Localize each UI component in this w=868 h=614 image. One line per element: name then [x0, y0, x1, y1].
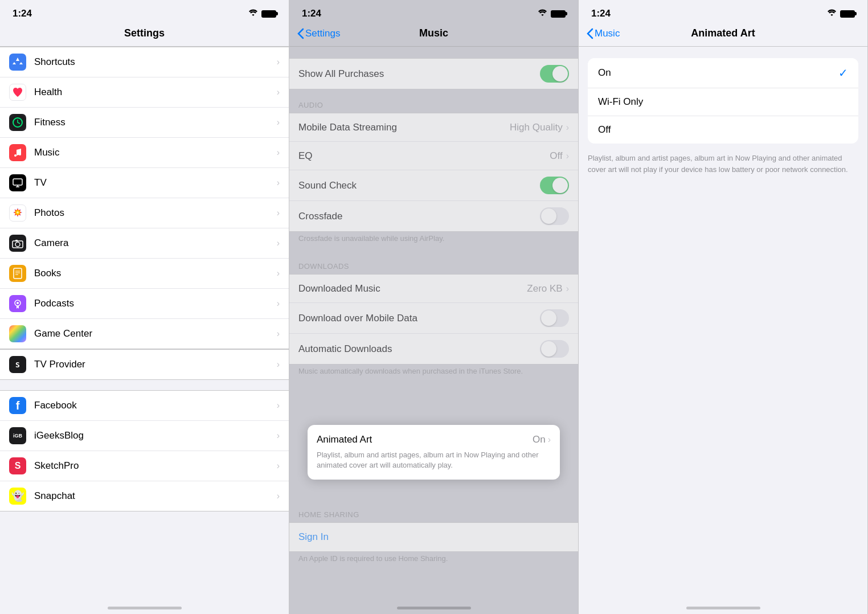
- on-label: On: [598, 67, 611, 79]
- sketchpro-icon: S: [9, 457, 26, 474]
- camera-icon: [9, 235, 26, 252]
- settings-item-gamecenter[interactable]: Game Center ›: [0, 319, 289, 349]
- settings-item-health[interactable]: Health ›: [0, 77, 289, 108]
- home-indicator-2: [397, 607, 471, 609]
- photos-icon: [9, 204, 26, 222]
- music-title: Music: [419, 27, 448, 39]
- fitness-icon: [9, 114, 26, 131]
- gamecenter-chevron: ›: [277, 329, 280, 339]
- show-purchases-section: Show All Purchases: [289, 58, 578, 89]
- audio-section-header: AUDIO: [289, 89, 578, 113]
- settings-item-photos[interactable]: Photos ›: [0, 198, 289, 228]
- auto-downloads-note: Music automatically downloads when purch…: [289, 365, 578, 381]
- back-label-3: Music: [595, 28, 620, 39]
- settings-item-facebook[interactable]: f Facebook ›: [0, 391, 289, 421]
- animated-art-on-option[interactable]: On ✓: [588, 58, 858, 88]
- igeeksblog-icon: iGB: [9, 427, 26, 444]
- settings-item-shortcuts[interactable]: Shortcuts ›: [0, 47, 289, 77]
- settings-nav-header: Settings: [0, 22, 289, 47]
- eq-label: EQ: [298, 150, 550, 162]
- crossfade-toggle[interactable]: [540, 207, 569, 225]
- sketchpro-label: SketchPro: [34, 460, 277, 472]
- settings-item-podcasts[interactable]: Podcasts ›: [0, 289, 289, 319]
- eq-value: Off: [550, 150, 562, 162]
- home-sharing-header: HOME SHARING: [289, 499, 578, 522]
- settings-item-camera[interactable]: Camera ›: [0, 228, 289, 259]
- home-sharing-section: HOME SHARING Sign In An Apple ID is requ…: [289, 499, 578, 568]
- animated-art-title: Animated Art: [691, 27, 755, 39]
- svg-point-5: [15, 242, 20, 247]
- animated-art-card[interactable]: Animated Art On › Playlist, album and ar…: [308, 425, 560, 480]
- settings-item-sketchpro[interactable]: S SketchPro ›: [0, 451, 289, 481]
- mobile-data-value: High Quality: [510, 122, 563, 133]
- show-all-purchases-item[interactable]: Show All Purchases: [289, 59, 578, 89]
- sound-check-item[interactable]: Sound Check: [289, 170, 578, 201]
- downloads-section-header: DOWNLOADS: [289, 251, 578, 274]
- sign-in-item[interactable]: Sign In: [289, 523, 578, 551]
- crossfade-item[interactable]: Crossfade: [289, 201, 578, 231]
- facebook-label: Facebook: [34, 400, 277, 411]
- animated-art-value: On: [533, 434, 546, 445]
- settings-back-button[interactable]: Settings: [297, 28, 340, 39]
- music-settings-panel: 1:24 Settings Music Show All Purchases: [289, 0, 579, 614]
- wifi-icon-3: [827, 9, 837, 19]
- music-icon: [9, 144, 26, 161]
- sound-check-toggle[interactable]: [540, 177, 569, 194]
- status-bar-3: 1:24: [579, 0, 867, 22]
- settings-title: Settings: [124, 27, 165, 39]
- tv-chevron: ›: [277, 178, 280, 188]
- settings-item-tvprovider[interactable]: S TV Provider ›: [0, 350, 289, 379]
- animated-art-wifi-option[interactable]: Wi-Fi Only: [588, 88, 858, 116]
- crossfade-label: Crossfade: [298, 211, 540, 222]
- crossfade-note: Crossfade is unavailable while using Air…: [289, 232, 578, 251]
- home-indicator-3: [686, 607, 760, 609]
- animated-art-value-row: On ›: [533, 434, 551, 445]
- shortcuts-chevron: ›: [277, 57, 280, 67]
- svg-point-1: [14, 154, 17, 157]
- auto-downloads-toggle[interactable]: [540, 340, 569, 358]
- downloaded-music-value: Zero KB: [527, 283, 562, 294]
- photos-chevron: ›: [277, 208, 280, 218]
- eq-item[interactable]: EQ Off ›: [289, 142, 578, 170]
- settings-list: Shortcuts › Health ›: [0, 47, 289, 511]
- animated-art-panel: 1:24 Music Animated Art On ✓ Wi: [579, 0, 868, 614]
- show-purchases-label: Show All Purchases: [298, 68, 540, 80]
- mobile-data-streaming-item[interactable]: Mobile Data Streaming High Quality ›: [289, 113, 578, 142]
- settings-item-igeeksblog[interactable]: iGB iGeeksBlog ›: [0, 421, 289, 451]
- music-back-button[interactable]: Music: [587, 28, 620, 39]
- animated-art-nav-header: Music Animated Art: [579, 22, 867, 47]
- time-3: 1:24: [591, 8, 611, 19]
- time-1: 1:24: [13, 8, 32, 19]
- tvprovider-chevron: ›: [277, 359, 280, 370]
- settings-item-tv[interactable]: TV ›: [0, 168, 289, 198]
- svg-point-2: [19, 153, 21, 155]
- mobile-data-label: Mobile Data Streaming: [298, 122, 510, 133]
- animated-art-title: Animated Art: [317, 434, 372, 445]
- eq-chevron: ›: [566, 151, 569, 161]
- downloaded-music-item[interactable]: Downloaded Music Zero KB ›: [289, 275, 578, 303]
- podcasts-chevron: ›: [277, 298, 280, 309]
- downloaded-music-label: Downloaded Music: [298, 283, 527, 294]
- settings-item-fitness[interactable]: Fitness ›: [0, 108, 289, 138]
- animated-art-off-option[interactable]: Off: [588, 116, 858, 144]
- animated-art-chevron: ›: [548, 435, 551, 445]
- auto-downloads-item[interactable]: Automatic Downloads: [289, 334, 578, 364]
- battery-icon-2: [551, 10, 566, 18]
- svg-point-8: [17, 302, 19, 304]
- animated-art-desc: Playlist, album and artist pages, album …: [317, 450, 551, 470]
- battery-icon-3: [840, 10, 855, 18]
- sound-check-label: Sound Check: [298, 180, 540, 191]
- books-chevron: ›: [277, 268, 280, 279]
- show-purchases-toggle[interactable]: [540, 65, 569, 83]
- download-mobile-toggle[interactable]: [540, 309, 569, 327]
- status-icons-1: [248, 9, 276, 19]
- settings-item-snapchat[interactable]: 👻 Snapchat ›: [0, 481, 289, 511]
- settings-item-books[interactable]: Books ›: [0, 259, 289, 289]
- animated-art-description: Playlist, album and artist pages, album …: [588, 153, 858, 175]
- download-mobile-item[interactable]: Download over Mobile Data: [289, 303, 578, 334]
- igeeksblog-chevron: ›: [277, 431, 280, 441]
- gamecenter-label: Game Center: [34, 328, 277, 339]
- downloaded-music-chevron: ›: [566, 284, 569, 294]
- health-icon: [9, 84, 26, 101]
- settings-item-music[interactable]: Music ›: [0, 138, 289, 168]
